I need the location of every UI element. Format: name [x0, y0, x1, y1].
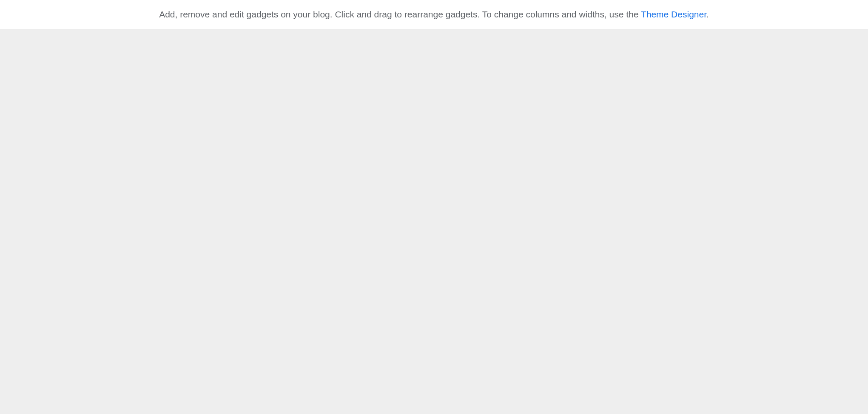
instructions-bar: Add, remove and edit gadgets on your blo… [0, 0, 868, 29]
theme-designer-link[interactable]: Theme Designer [641, 9, 706, 19]
instructions-text: Add, remove and edit gadgets on your blo… [159, 9, 641, 19]
instructions-suffix: . [706, 9, 709, 19]
layout-canvas: Sidebar (Top) + Add a Gadget About Me Pr… [0, 29, 868, 55]
